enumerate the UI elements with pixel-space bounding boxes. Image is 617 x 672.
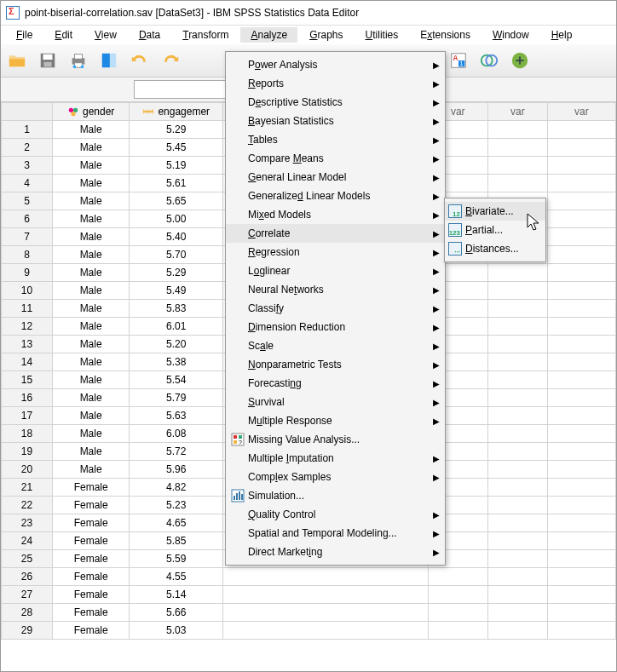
open-file-button[interactable]	[6, 49, 28, 72]
cell-empty[interactable]	[487, 514, 547, 532]
cell-gender[interactable]: Male	[53, 425, 130, 443]
menu-item-survival[interactable]: Survival▶	[226, 393, 445, 411]
submenu-item-bivariate[interactable]: Bivariate...	[445, 202, 545, 221]
cell-engagement[interactable]: 5.63	[130, 407, 223, 425]
column-header-var-2[interactable]: var	[487, 103, 547, 121]
menu-utilities[interactable]: Utilities	[355, 27, 409, 43]
cell-engagement[interactable]: 5.49	[130, 282, 223, 300]
row-header[interactable]: 26	[2, 568, 53, 586]
menu-item-spatial-and-temporal-modeling[interactable]: Spatial and Temporal Modeling...▶	[226, 524, 445, 543]
cell-engagement[interactable]: 5.45	[130, 139, 223, 157]
cell-engagement[interactable]: 5.23	[130, 497, 223, 514]
cell-gender[interactable]: Male	[53, 175, 130, 192]
cell-empty[interactable]	[487, 318, 547, 336]
row-header[interactable]: 23	[2, 514, 53, 532]
menu-window[interactable]: Window	[482, 27, 539, 43]
cell-empty[interactable]	[547, 479, 615, 497]
cell-empty[interactable]	[428, 622, 487, 640]
cell-empty[interactable]	[547, 228, 615, 246]
cell-empty[interactable]	[547, 246, 615, 264]
cell-gender[interactable]: Male	[53, 300, 130, 318]
menu-item-simulation[interactable]: Simulation...	[226, 486, 445, 505]
cell-empty[interactable]	[547, 192, 615, 210]
cell-empty[interactable]	[487, 371, 547, 389]
cell-engagement[interactable]: 5.65	[130, 192, 223, 210]
cell-empty[interactable]	[547, 586, 615, 604]
cell-gender[interactable]: Female	[53, 604, 130, 622]
cell-engagement[interactable]: 5.85	[130, 532, 223, 550]
row-header[interactable]: 14	[2, 353, 53, 371]
recall-dialog-button[interactable]	[98, 49, 120, 72]
row-header[interactable]: 13	[2, 336, 53, 353]
cell-gender[interactable]: Male	[53, 139, 130, 157]
cell-empty[interactable]	[487, 532, 547, 550]
corner-cell[interactable]	[2, 103, 53, 121]
menu-transform[interactable]: Transform	[172, 27, 239, 43]
cell-gender[interactable]: Male	[53, 192, 130, 210]
cell-empty[interactable]	[547, 461, 615, 479]
cell-empty[interactable]	[547, 532, 615, 550]
row-header[interactable]: 17	[2, 407, 53, 425]
cell-gender[interactable]: Male	[53, 371, 130, 389]
menu-item-direct-marketing[interactable]: Direct Marketing▶	[226, 543, 445, 561]
cell-gender[interactable]: Male	[53, 264, 130, 282]
select-cases-button[interactable]	[478, 49, 500, 72]
cell-empty[interactable]	[487, 461, 547, 479]
menu-item-reports[interactable]: Reports▶	[226, 74, 445, 93]
row-header[interactable]: 3	[2, 157, 53, 175]
cell-gender[interactable]: Male	[53, 121, 130, 139]
cell-engagement[interactable]: 5.38	[130, 353, 223, 371]
submenu-item-distances[interactable]: Distances...	[445, 239, 545, 258]
cell-empty[interactable]	[487, 264, 547, 282]
cell-engagement[interactable]: 5.70	[130, 246, 223, 264]
cell-empty[interactable]	[487, 497, 547, 514]
cell-empty[interactable]	[547, 568, 615, 586]
cell-gender[interactable]: Male	[53, 318, 130, 336]
cell-empty[interactable]	[428, 568, 487, 586]
menu-item-nonparametric-tests[interactable]: Nonparametric Tests▶	[226, 355, 445, 374]
menu-item-neural-networks[interactable]: Neural Networks▶	[226, 280, 445, 299]
cell-empty[interactable]	[428, 586, 487, 604]
cell-engagement[interactable]: 5.00	[130, 210, 223, 228]
menu-item-mixed-models[interactable]: Mixed Models▶	[226, 205, 445, 224]
cell-engagement[interactable]: 6.08	[130, 425, 223, 443]
cell-engagement[interactable]: 5.03	[130, 622, 223, 640]
cell-empty[interactable]	[223, 622, 428, 640]
cell-empty[interactable]	[223, 586, 428, 604]
cell-engagement[interactable]: 5.54	[130, 371, 223, 389]
cell-empty[interactable]	[547, 389, 615, 407]
cell-engagement[interactable]: 4.55	[130, 568, 223, 586]
menu-item-dimension-reduction[interactable]: Dimension Reduction▶	[226, 318, 445, 336]
cell-empty[interactable]	[487, 604, 547, 622]
row-header[interactable]: 20	[2, 461, 53, 479]
cell-gender[interactable]: Male	[53, 157, 130, 175]
menu-item-power-analysis[interactable]: Power Analysis▶	[226, 55, 445, 74]
menu-item-classify[interactable]: Classify▶	[226, 299, 445, 318]
cell-empty[interactable]	[547, 336, 615, 353]
cell-empty[interactable]	[428, 604, 487, 622]
cell-engagement[interactable]: 5.72	[130, 443, 223, 461]
cell-gender[interactable]: Male	[53, 389, 130, 407]
cell-empty[interactable]	[547, 622, 615, 640]
cell-gender[interactable]: Male	[53, 228, 130, 246]
cell-gender[interactable]: Male	[53, 246, 130, 264]
row-header[interactable]: 24	[2, 532, 53, 550]
row-header[interactable]: 18	[2, 425, 53, 443]
cell-empty[interactable]	[547, 318, 615, 336]
cell-engagement[interactable]: 4.82	[130, 479, 223, 497]
cell-empty[interactable]	[487, 121, 547, 139]
cell-engagement[interactable]: 5.61	[130, 175, 223, 192]
menu-item-scale[interactable]: Scale▶	[226, 336, 445, 355]
cell-gender[interactable]: Male	[53, 336, 130, 353]
row-header[interactable]: 25	[2, 550, 53, 568]
row-header[interactable]: 16	[2, 389, 53, 407]
cell-empty[interactable]	[487, 300, 547, 318]
menu-item-forecasting[interactable]: Forecasting▶	[226, 374, 445, 393]
cell-gender[interactable]: Female	[53, 568, 130, 586]
menu-item-quality-control[interactable]: Quality Control▶	[226, 505, 445, 524]
cell-engagement[interactable]: 5.96	[130, 461, 223, 479]
menu-view[interactable]: View	[84, 27, 127, 43]
cell-empty[interactable]	[547, 121, 615, 139]
cell-gender[interactable]: Male	[53, 210, 130, 228]
cell-gender[interactable]: Female	[53, 586, 130, 604]
